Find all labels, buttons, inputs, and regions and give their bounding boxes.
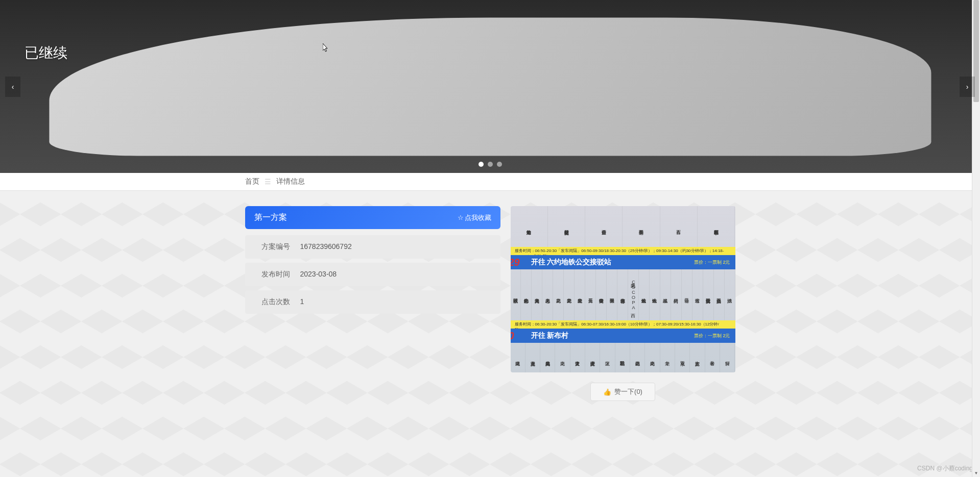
info-value: 1 xyxy=(300,297,304,307)
bus-stop-cell: 五联利源手链厂 xyxy=(698,206,735,247)
info-row-date: 发布时间 2023-03-08 xyxy=(245,263,500,286)
bus-route-1-header: 29 开往 六约地铁公交接驳站 票价：一票制 2元 xyxy=(511,255,735,269)
bus-stop-cell: 龙岗党花 xyxy=(564,269,575,320)
left-panel: 第一方案 ☆点我收藏 方案编号 1678239606792 发布时间 2023-… xyxy=(245,206,500,401)
bus-route-2-destination: 开往 新布村 xyxy=(531,331,569,340)
bus-stop-cell: 怡岗妇儿中心 xyxy=(521,269,532,320)
breadcrumb-separator-icon: ☰ xyxy=(265,178,271,186)
bus-stop-cell: 龙岭文理广大 xyxy=(585,343,600,372)
bus-stop-cell: 中海人前加油站 xyxy=(511,206,548,247)
bus-stop-cell: 城广场 xyxy=(725,269,735,320)
right-panel: 中海人前加油站网龙辅公交总站西合盛堂朱五图书馆五古石五联利源手链厂 服务时间：0… xyxy=(511,206,735,401)
carousel-dots xyxy=(479,162,502,167)
bus-stop-cell: 黄高级中学 xyxy=(596,269,607,320)
bus-stop-cell: 水晶城 xyxy=(660,269,671,320)
breadcrumb-home[interactable]: 首页 xyxy=(245,177,259,186)
info-label: 发布时间 xyxy=(254,270,300,279)
bus-stop-cell: 黄三角 xyxy=(585,269,596,320)
info-label: 点击次数 xyxy=(254,297,300,307)
bus-stop-cell: 龙贾设大 xyxy=(570,343,585,372)
bus-stop-cell: 龙成岗妇关儿 xyxy=(540,343,555,372)
bus-header-stops: 中海人前加油站网龙辅公交总站西合盛堂朱五图书馆五古石五联利源手链厂 xyxy=(511,206,735,247)
bus-route-1-destination: 开往 六约地铁公交接驳站 xyxy=(531,258,612,267)
bus-stop-cell: 大地铁站 xyxy=(650,269,660,320)
bus-stop-cell: 大运地铁站 xyxy=(639,269,650,320)
bus-route-image: 中海人前加油站网龙辅公交总站西合盛堂朱五图书馆五古石五联利源手链厂 服务时间：0… xyxy=(511,206,735,372)
bus-route-1-number: 29 xyxy=(511,257,520,268)
content-wrap: 第一方案 ☆点我收藏 方案编号 1678239606792 发布时间 2023-… xyxy=(235,206,746,421)
like-label: 赞一下(0) xyxy=(614,387,642,396)
info-row-clicks: 点击次数 1 xyxy=(245,290,500,314)
bus-stop-cell: 双龙东 xyxy=(675,343,690,372)
hero-carousel: 已继续 ‹ › xyxy=(0,0,980,173)
bus-service-time-2: 服务时间：06:30-20:30「发车间隔」06:30-07:30/16:30-… xyxy=(511,320,735,329)
carousel-dot-2[interactable] xyxy=(488,162,493,167)
chevron-right-icon: › xyxy=(966,83,969,91)
bus-stop-cell: 名云华 xyxy=(705,343,720,372)
bus-stop-cell: 康义幼儿园 xyxy=(714,269,725,320)
bus-stop-cell: 龙区 xyxy=(600,343,615,372)
bus-stop-cell: 龙岗党校 xyxy=(575,269,585,320)
like-button[interactable]: 👍 赞一下(0) xyxy=(590,383,655,401)
info-rows: 方案编号 1678239606792 发布时间 2023-03-08 点击次数 … xyxy=(245,235,500,314)
bus-stops-1: 欧国新城怡岗妇儿中心龙岗海关大龙岗天心龙岗花龙岗党花龙岗党校黄三角黄高级中学阳大… xyxy=(511,269,735,320)
bus-stop-cell: 阳大健早 xyxy=(607,269,617,320)
breadcrumb: 首页 ☰ 详情信息 xyxy=(235,177,746,186)
bus-stop-cell: 网龙辅公交总站 xyxy=(548,206,585,247)
bus-route-2-fare: 票价：一票制 2元 xyxy=(694,333,730,339)
panel-header: 第一方案 ☆点我收藏 xyxy=(245,206,500,229)
carousel-title: 已继续 xyxy=(25,43,67,63)
info-value: 2023-03-08 xyxy=(300,270,337,279)
chevron-left-icon: ‹ xyxy=(12,83,14,91)
info-row-id: 方案编号 1678239606792 xyxy=(245,235,500,259)
bus-service-time-1: 服务时间：06:50-20:30「发车间隔」06:50-09:30/18:30-… xyxy=(511,247,735,255)
bus-stop-cell: 五古石 xyxy=(660,206,698,247)
bus-stop-cell: 向岗达花 xyxy=(630,343,645,372)
thumbs-up-icon: 👍 xyxy=(603,388,611,396)
bus-stop-cell: 龙岗COCOPA西 xyxy=(628,269,639,320)
bus-stop-cell: 欧国新城 xyxy=(511,269,521,320)
bus-stop-cell: 背二场 xyxy=(682,269,692,320)
bus-stops-2: 龙岗城龙人交海汉龙成岗妇关儿龙岗龙贾设大龙岭文理广大龙区三和鹏际花向岗达花龙岗岗… xyxy=(511,343,735,372)
bus-stop-cell: 信义坊烧花园 xyxy=(703,269,714,320)
bus-stop-cell: 朱五图书馆 xyxy=(623,206,660,247)
carousel-prev-button[interactable]: ‹ xyxy=(5,77,20,97)
vertical-scrollbar[interactable]: ▲ ▼ xyxy=(972,0,980,421)
bus-stop-cell: 三和鹏际花 xyxy=(615,343,630,372)
info-value: 1678239606792 xyxy=(300,242,352,252)
bus-route-1-fare: 票价：一票制 2元 xyxy=(694,259,730,266)
bus-stop-cell: 龙岗海关大 xyxy=(532,269,542,320)
info-label: 方案编号 xyxy=(254,242,300,252)
bus-stop-cell: 龙人交海汉 xyxy=(525,343,540,372)
carousel-image xyxy=(49,17,931,156)
carousel-dot-3[interactable] xyxy=(497,162,502,167)
favorite-button[interactable]: ☆点我收藏 xyxy=(458,213,491,222)
bus-stop-cell: 大运中心体育 xyxy=(617,269,628,320)
bus-stop-cell: 水背站 xyxy=(692,269,703,320)
bus-stop-cell: 龙岗 xyxy=(555,343,570,372)
bus-stop-cell: 龙岗花 xyxy=(553,269,564,320)
breadcrumb-current: 详情信息 xyxy=(276,177,305,186)
breadcrumb-bar: 首页 ☰ 详情信息 xyxy=(0,173,980,191)
bus-stop-cell: 龙岗城 xyxy=(511,343,525,372)
bus-stop-cell: 西合盛堂 xyxy=(585,206,623,247)
bus-stop-cell: 横岗门 xyxy=(671,269,682,320)
star-icon: ☆ xyxy=(458,214,464,221)
bus-stop-cell: 龙岗天心 xyxy=(542,269,553,320)
bus-stop-cell: 龙华 xyxy=(660,343,675,372)
like-button-wrap: 👍 赞一下(0) xyxy=(511,383,735,401)
bus-stop-cell: 深轩 xyxy=(720,343,735,372)
carousel-dot-1[interactable] xyxy=(479,162,484,167)
carousel-next-button[interactable]: › xyxy=(960,77,975,97)
bus-stop-cell: 新大文坎 xyxy=(690,343,705,372)
panel-title: 第一方案 xyxy=(254,212,287,223)
bus-route-2-header: 0 开往 新布村 票价：一票制 2元 xyxy=(511,329,735,343)
bus-route-2-number: 0 xyxy=(511,330,514,342)
bus-stop-cell: 龙岗岗 xyxy=(645,343,660,372)
